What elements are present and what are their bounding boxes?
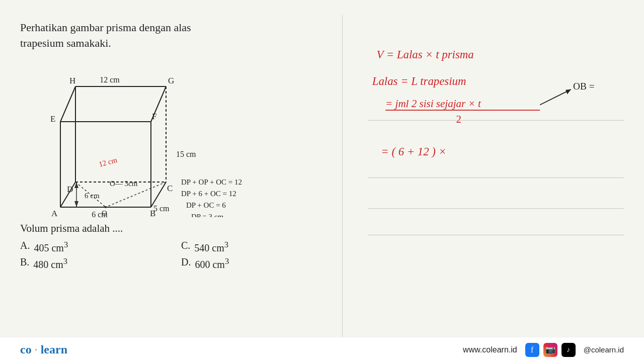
- dim-top: 12 cm: [100, 75, 120, 84]
- svg-marker-24: [566, 89, 571, 95]
- formula-calc: = ( 6 + 12 ) ×: [381, 145, 446, 158]
- answer-a-label: A.: [20, 240, 30, 254]
- logo-learn: learn: [41, 343, 67, 356]
- dim-inner-bottom: 6 cm: [85, 192, 100, 200]
- answer-b-value: 480 cm3: [33, 256, 67, 270]
- answer-b-label: B.: [20, 256, 29, 270]
- note-4: DP = 3 cm: [191, 213, 223, 217]
- formula-ob: OB =: [573, 81, 595, 92]
- dim-height: 15 cm: [176, 150, 196, 158]
- vertex-a: A: [51, 209, 58, 217]
- svg-line-7: [151, 182, 166, 207]
- svg-line-23: [540, 89, 571, 105]
- prism-diagram: H G E F D C A B O 12 cm 15 cm 6 cm 5: [25, 61, 257, 217]
- vertex-c: C: [167, 184, 173, 193]
- footer-handle: @colearn.id: [584, 345, 624, 354]
- vertex-g: G: [168, 76, 174, 85]
- note-1: DP + OP + OC = 12: [181, 178, 242, 186]
- answer-c-value: 540 cm3: [194, 240, 228, 254]
- answer-d: D. 600 cm3: [181, 256, 332, 270]
- footer: co · learn www.colearn.id f 📷 ♪ @colearn…: [0, 337, 644, 362]
- formula-denom: 2: [456, 113, 462, 125]
- left-panel: Perhatikan gambar prisma dengan alas tra…: [20, 15, 332, 352]
- answer-d-value: 600 cm3: [195, 256, 229, 270]
- problem-line2: trapesium samakaki.: [20, 36, 332, 51]
- vertex-e: E: [50, 114, 55, 124]
- formula-v: V = Lalas × t prisma: [377, 48, 474, 61]
- dim-offset: O— 3cm: [110, 179, 138, 188]
- dim-slant: 5 cm: [153, 204, 170, 213]
- answer-c: C. 540 cm3: [181, 240, 332, 254]
- answer-section: Volum prisma adalah .... A. 405 cm3 C. 5…: [20, 222, 332, 270]
- note-2: DP + 6 + OC = 12: [181, 190, 236, 198]
- diagram-container: H G E F D C A B O 12 cm 15 cm 6 cm 5: [25, 61, 247, 212]
- formula-svg: V = Lalas × t prisma Lalas = L trapesium…: [368, 20, 624, 251]
- answers-grid: A. 405 cm3 C. 540 cm3 B. 480 cm3 D. 600 …: [20, 240, 332, 270]
- answer-b: B. 480 cm3: [20, 256, 171, 270]
- formula-jml: = jml 2 sisi sejajar × t: [385, 98, 481, 110]
- problem-line1: Perhatikan gambar prisma dengan alas: [20, 20, 332, 36]
- social-icons: f 📷 ♪: [525, 343, 576, 357]
- logo-separator: ·: [32, 343, 41, 356]
- vertex-d: D: [67, 185, 73, 194]
- footer-logo: co · learn: [20, 343, 67, 356]
- svg-marker-17: [74, 201, 78, 207]
- answer-d-label: D.: [181, 256, 191, 270]
- footer-website: www.colearn.id: [463, 345, 517, 354]
- question-label: Volum prisma adalah ....: [20, 222, 332, 235]
- right-panel: V = Lalas × t prisma Lalas = L trapesium…: [342, 15, 624, 352]
- svg-line-2: [60, 86, 75, 122]
- dim-bottom: 6 cm: [92, 210, 108, 217]
- answer-a: A. 405 cm3: [20, 240, 171, 254]
- dim-inner-red: 12 cm: [98, 155, 118, 168]
- footer-right: www.colearn.id f 📷 ♪ @colearn.id: [463, 343, 624, 357]
- vertex-f: F: [152, 112, 156, 121]
- tiktok-icon[interactable]: ♪: [561, 343, 576, 357]
- instagram-icon[interactable]: 📷: [543, 343, 557, 357]
- svg-point-14: [105, 206, 107, 208]
- note-3: DP + OC = 6: [186, 201, 226, 209]
- answer-c-label: C.: [181, 240, 190, 254]
- facebook-icon[interactable]: f: [525, 343, 539, 357]
- problem-text: Perhatikan gambar prisma dengan alas tra…: [20, 20, 332, 51]
- vertex-h: H: [69, 76, 75, 85]
- logo-co: co: [20, 343, 32, 356]
- answer-a-value: 405 cm3: [34, 240, 68, 254]
- formula-lalas: Lalas = L trapesium: [372, 75, 466, 87]
